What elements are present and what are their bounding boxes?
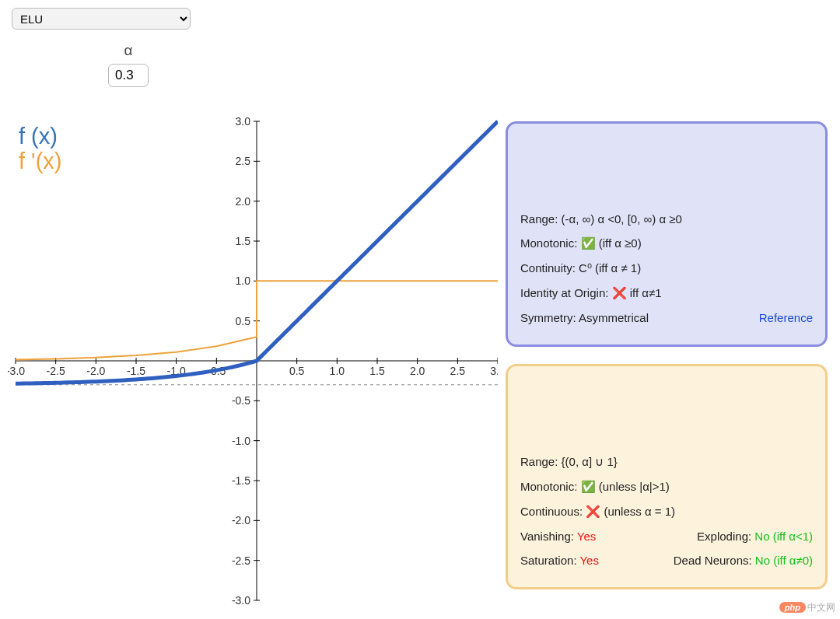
- fx-symmetry: Symmetry: Asymmetrical: [520, 311, 649, 324]
- svg-text:1.0: 1.0: [330, 365, 345, 377]
- fpx-properties-card: Range: {(0, α] ∪ 1} Monotonic: ✅ (unless…: [506, 364, 828, 589]
- cross-icon: ❌: [586, 505, 600, 518]
- cross-icon: ❌: [612, 286, 627, 299]
- svg-text:-2.5: -2.5: [47, 365, 65, 377]
- svg-text:-3.0: -3.0: [232, 594, 250, 607]
- alpha-label: α: [101, 42, 156, 59]
- svg-text:1.5: 1.5: [369, 365, 385, 377]
- svg-text:-2.5: -2.5: [232, 554, 250, 567]
- svg-text:0.5: 0.5: [289, 365, 305, 377]
- svg-text:-2.0: -2.0: [232, 514, 250, 526]
- svg-text:-2.0: -2.0: [86, 365, 105, 377]
- svg-text:3.0: 3.0: [236, 115, 251, 128]
- reference-link[interactable]: Reference: [759, 311, 813, 324]
- check-icon: ✅: [581, 480, 596, 493]
- svg-text:2.5: 2.5: [236, 155, 251, 167]
- activation-function-select[interactable]: ELU: [12, 8, 191, 30]
- check-icon: ✅: [581, 236, 596, 250]
- watermark: php中文网: [779, 601, 835, 614]
- fx-properties-card: Range: (-α, ∞) α <0, [0, ∞) α ≥0 Monoton…: [506, 121, 828, 347]
- fx-range: Range: (-α, ∞) α <0, [0, ∞) α ≥0: [520, 212, 682, 226]
- chart: -3.0-2.5-2.0-1.5-1.0-0.50.51.01.52.02.53…: [8, 115, 498, 613]
- fpx-dead-neurons: Dead Neurons: No (iff α≠0): [674, 554, 813, 567]
- svg-text:-1.0: -1.0: [232, 435, 250, 447]
- fx-continuity: Continuity: C⁰ (iff α ≠ 1): [520, 261, 641, 275]
- svg-text:1.5: 1.5: [236, 235, 251, 247]
- svg-text:2.0: 2.0: [236, 195, 251, 208]
- svg-text:1.0: 1.0: [236, 275, 251, 287]
- svg-text:-1.5: -1.5: [127, 365, 145, 377]
- fx-monotonic: Monotonic: ✅ (iff α ≥0): [520, 236, 642, 250]
- fpx-range: Range: {(0, α] ∪ 1}: [520, 455, 618, 469]
- alpha-input[interactable]: [108, 64, 149, 87]
- svg-text:-1.5: -1.5: [232, 474, 250, 487]
- fpx-vanishing: Vanishing: Yes: [520, 530, 596, 543]
- fpx-monotonic: Monotonic: ✅ (unless |α|>1): [520, 480, 670, 494]
- svg-text:2.5: 2.5: [450, 365, 466, 377]
- svg-text:3.0: 3.0: [490, 365, 498, 377]
- fpx-continuous: Continuous: ❌ (unless α = 1): [520, 505, 675, 519]
- fpx-exploding: Exploding: No (iff α<1): [697, 530, 813, 543]
- svg-text:-3.0: -3.0: [8, 365, 25, 377]
- fx-identity-origin: Identity at Origin: ❌ iff α≠1: [520, 286, 662, 300]
- svg-text:0.5: 0.5: [236, 315, 251, 327]
- svg-text:-0.5: -0.5: [232, 394, 250, 407]
- fpx-saturation: Saturation: Yes: [520, 554, 599, 567]
- svg-text:2.0: 2.0: [410, 365, 425, 377]
